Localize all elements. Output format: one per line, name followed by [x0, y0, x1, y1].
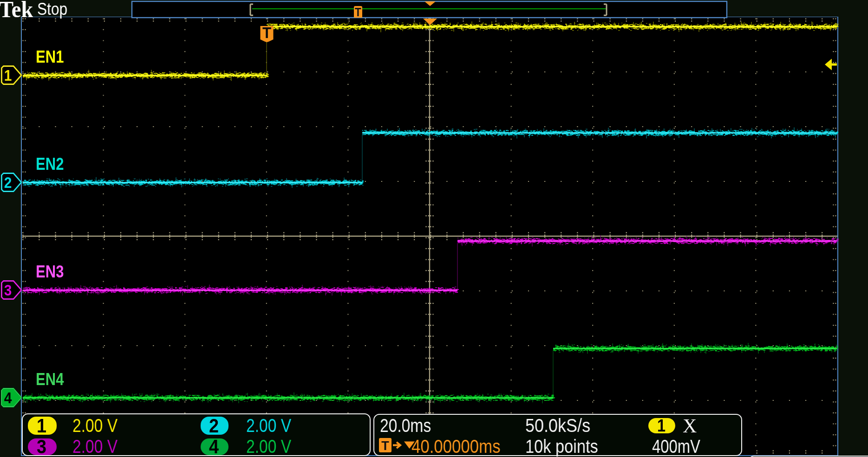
- svg-text:EN4: EN4: [36, 370, 64, 389]
- svg-text:EN1: EN1: [36, 47, 64, 66]
- svg-text:EN3: EN3: [36, 262, 64, 281]
- svg-text:2: 2: [4, 174, 12, 191]
- svg-text:T: T: [381, 439, 389, 453]
- svg-text:T: T: [262, 25, 271, 42]
- svg-text:1: 1: [4, 66, 12, 84]
- svg-text:EN2: EN2: [36, 154, 64, 174]
- svg-text:3: 3: [4, 281, 12, 299]
- svg-text:T: T: [355, 6, 361, 19]
- svg-text:4: 4: [4, 389, 12, 406]
